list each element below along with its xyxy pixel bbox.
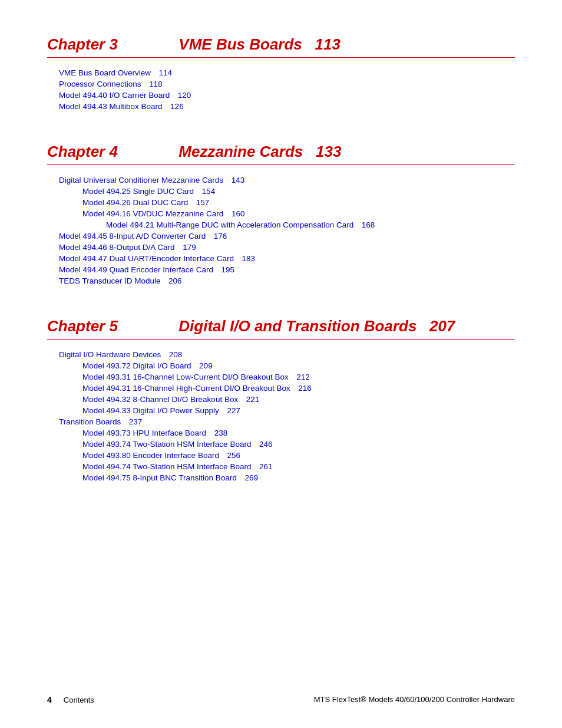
toc-entry-link[interactable]: Model 494.74 Two-Station HSM Interface B… — [82, 462, 251, 471]
toc-entry-link[interactable]: Model 494.45 8-Input A/D Converter Card — [59, 232, 206, 241]
chapter-header-chapter3: Chapter 3 VME Bus Boards 113 — [47, 35, 515, 54]
toc-page-number: 227 — [223, 406, 240, 415]
footer-section-label: Contents — [64, 696, 94, 704]
toc-entry-link[interactable]: Model 494.32 8-Channel DI/O Breakout Box — [82, 395, 238, 404]
toc-entry-link[interactable]: Model 494.75 8-Input BNC Transition Boar… — [82, 473, 237, 482]
toc-entry-link[interactable]: TEDS Transducer ID Module — [59, 276, 161, 285]
toc-entry-link[interactable]: Processor Connections — [59, 80, 141, 88]
toc-entry-link[interactable]: Model 494.31 16-Channel High-Current DI/… — [82, 384, 290, 393]
toc-entry[interactable]: Model 494.43 Multibox Board 126 — [59, 102, 515, 111]
toc-page-number: 114 — [154, 68, 172, 77]
toc-page-number: 195 — [217, 265, 234, 274]
toc-entry[interactable]: Model 494.33 Digital I/O Power Supply 22… — [82, 406, 515, 415]
toc-entry[interactable]: Model 494.75 8-Input BNC Transition Boar… — [82, 473, 515, 482]
chapter-entries-chapter3: VME Bus Board Overview 114Processor Conn… — [47, 68, 515, 119]
toc-entry-link[interactable]: Model 494.47 Dual UART/Encoder Interface… — [59, 254, 234, 263]
toc-entry-link[interactable]: Digital I/O Hardware Devices — [59, 350, 161, 359]
toc-entry[interactable]: Digital Universal Conditioner Mezzanine … — [59, 176, 515, 185]
toc-entry-link[interactable]: Model 494.26 Dual DUC Card — [82, 198, 188, 207]
toc-entry[interactable]: TEDS Transducer ID Module 206 — [59, 276, 515, 285]
toc-entry[interactable]: Model 494.26 Dual DUC Card 157 — [82, 198, 515, 207]
chapter-label: Chapter 5 — [47, 317, 153, 335]
toc-entry-link[interactable]: VME Bus Board Overview — [59, 68, 151, 77]
toc-entry[interactable]: Processor Connections 118 — [59, 80, 515, 88]
toc-page-number: 212 — [292, 373, 310, 381]
toc-page-number: 154 — [197, 187, 215, 196]
toc-entry[interactable]: Model 494.40 I/O Carrier Board 120 — [59, 91, 515, 100]
chapter-title: Mezzanine Cards 133 — [153, 143, 341, 161]
toc-entry-link[interactable]: Model 494.40 I/O Carrier Board — [59, 91, 170, 100]
chapter-header-chapter4: Chapter 4 Mezzanine Cards 133 — [47, 143, 515, 161]
toc-page-number: 221 — [242, 395, 259, 404]
toc-entry-link[interactable]: Model 493.74 Two-Station HSM Interface B… — [82, 440, 251, 449]
toc-entry-link[interactable]: Transition Boards — [59, 417, 121, 426]
chapter-section-chapter3: Chapter 3 VME Bus Boards 113VME Bus Boar… — [47, 35, 515, 119]
toc-entry[interactable]: Digital I/O Hardware Devices 208 — [59, 350, 515, 359]
toc-page-number: 120 — [173, 91, 191, 100]
toc-entry[interactable]: Model 494.31 16-Channel High-Current DI/… — [82, 384, 515, 393]
toc-entry[interactable]: Model 494.45 8-Input A/D Converter Card … — [59, 232, 515, 241]
toc-page-number: 209 — [195, 361, 213, 370]
toc-entry-link[interactable]: Digital Universal Conditioner Mezzanine … — [59, 176, 223, 185]
footer-product-name: MTS FlexTest® Models 40/60/100/200 Contr… — [314, 695, 515, 704]
chapter-label: Chapter 3 — [47, 35, 153, 54]
toc-page-number: 246 — [254, 440, 272, 449]
footer-page-number: 4 — [47, 695, 52, 704]
toc-entry[interactable]: Model 494.16 VD/DUC Mezzanine Card 160 — [82, 209, 515, 218]
toc-entry[interactable]: Model 494.46 8-Output D/A Card 179 — [59, 243, 515, 252]
chapter-section-chapter4: Chapter 4 Mezzanine Cards 133Digital Uni… — [47, 143, 515, 294]
toc-entry[interactable]: Model 493.74 Two-Station HSM Interface B… — [82, 440, 515, 449]
toc-entry-link[interactable]: Model 494.46 8-Output D/A Card — [59, 243, 175, 252]
chapter-title: Digital I/O and Transition Boards 207 — [153, 317, 455, 335]
toc-entry-link[interactable]: Model 493.72 Digital I/O Board — [82, 361, 191, 370]
chapter-header-chapter5: Chapter 5 Digital I/O and Transition Boa… — [47, 317, 515, 335]
toc-entry[interactable]: Model 493.31 16-Channel Low-Current DI/O… — [82, 373, 515, 381]
toc-entry-link[interactable]: Model 494.21 Multi-Range DUC with Accele… — [106, 220, 353, 229]
toc-page-number: 238 — [210, 429, 227, 437]
toc-page-number: 126 — [166, 102, 184, 111]
toc-page-number: 183 — [237, 254, 255, 263]
toc-page-number: 237 — [124, 417, 142, 426]
toc-page-number: 160 — [227, 209, 244, 218]
toc-entry-link[interactable]: Model 494.33 Digital I/O Power Supply — [82, 406, 219, 415]
footer: 4 Contents MTS FlexTest® Models 40/60/10… — [0, 695, 562, 704]
toc-entry[interactable]: Model 493.72 Digital I/O Board 209 — [82, 361, 515, 370]
toc-entry-link[interactable]: Model 493.80 Encoder Interface Board — [82, 451, 219, 460]
toc-page-number: 176 — [209, 232, 227, 241]
toc-page-number: 179 — [178, 243, 196, 252]
toc-entry-link[interactable]: Model 493.31 16-Channel Low-Current DI/O… — [82, 373, 289, 381]
toc-entry-link[interactable]: Model 494.16 VD/DUC Mezzanine Card — [82, 209, 223, 218]
toc-entry[interactable]: Model 494.49 Quad Encoder Interface Card… — [59, 265, 515, 274]
chapter-entries-chapter4: Digital Universal Conditioner Mezzanine … — [47, 176, 515, 294]
toc-page-number: 269 — [240, 473, 258, 482]
toc-entry[interactable]: Model 494.32 8-Channel DI/O Breakout Box… — [82, 395, 515, 404]
chapter-entries-chapter5: Digital I/O Hardware Devices 208Model 49… — [47, 350, 515, 490]
toc-entry[interactable]: Model 494.21 Multi-Range DUC with Accele… — [106, 220, 515, 229]
toc-page-number: 168 — [357, 220, 375, 229]
toc-entry[interactable]: VME Bus Board Overview 114 — [59, 68, 515, 77]
toc-entry-link[interactable]: Model 493.73 HPU Interface Board — [82, 429, 206, 437]
toc-page-number: 206 — [164, 276, 182, 285]
toc-entry[interactable]: Model 493.80 Encoder Interface Board 256 — [82, 451, 515, 460]
toc-page-number: 261 — [254, 462, 272, 471]
toc-page-number: 256 — [223, 451, 240, 460]
toc-page-number: 118 — [145, 80, 163, 88]
toc-entry[interactable]: Model 494.25 Single DUC Card 154 — [82, 187, 515, 196]
toc-entry[interactable]: Model 494.47 Dual UART/Encoder Interface… — [59, 254, 515, 263]
toc-entry-link[interactable]: Model 494.49 Quad Encoder Interface Card — [59, 265, 213, 274]
chapter-divider — [47, 57, 515, 58]
toc-entry[interactable]: Transition Boards 237 — [59, 417, 515, 426]
toc-container: Chapter 3 VME Bus Boards 113VME Bus Boar… — [47, 35, 515, 490]
toc-page-number: 216 — [294, 384, 312, 393]
toc-page-number: 157 — [191, 198, 209, 207]
chapter-divider — [47, 164, 515, 165]
chapter-section-chapter5: Chapter 5 Digital I/O and Transition Boa… — [47, 317, 515, 490]
chapter-label: Chapter 4 — [47, 143, 153, 161]
toc-entry-link[interactable]: Model 494.25 Single DUC Card — [82, 187, 194, 196]
toc-entry[interactable]: Model 494.74 Two-Station HSM Interface B… — [82, 462, 515, 471]
toc-page-number: 208 — [164, 350, 182, 359]
chapter-title: VME Bus Boards 113 — [153, 35, 340, 54]
toc-entry-link[interactable]: Model 494.43 Multibox Board — [59, 102, 163, 111]
toc-page-number: 143 — [227, 176, 244, 185]
toc-entry[interactable]: Model 493.73 HPU Interface Board 238 — [82, 429, 515, 437]
